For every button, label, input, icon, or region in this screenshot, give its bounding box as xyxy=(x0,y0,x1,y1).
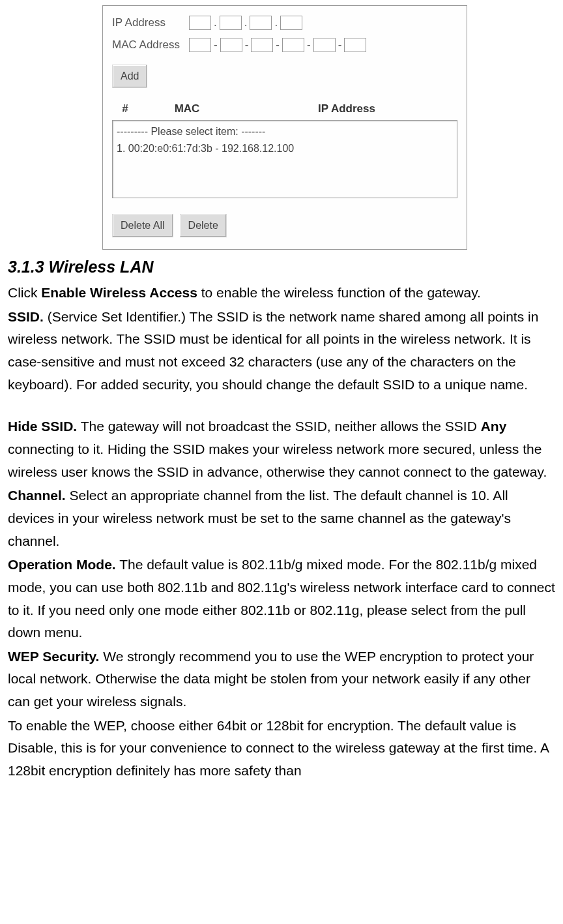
ip-octet-4[interactable] xyxy=(280,16,302,30)
ip-octet-2[interactable] xyxy=(220,16,242,30)
para-wep: WEP Security. We strongly recommend you … xyxy=(8,646,555,713)
section-heading: 3.1.3 Wireless LAN xyxy=(8,254,555,280)
mac-label: MAC Address xyxy=(112,36,189,54)
config-panel: IP Address . . . MAC Address - - - - - A… xyxy=(102,5,467,250)
delete-all-button[interactable]: Delete All xyxy=(112,214,173,237)
entries-listbox[interactable]: --------- Please select item: ------- 1.… xyxy=(112,120,457,198)
add-button[interactable]: Add xyxy=(112,65,147,88)
mac-oct-6[interactable] xyxy=(344,38,366,52)
mac-oct-5[interactable] xyxy=(313,38,336,52)
list-item[interactable]: --------- Please select item: ------- xyxy=(117,123,453,140)
mac-oct-4[interactable] xyxy=(282,38,304,52)
col-num: # xyxy=(112,100,138,118)
para-hide-ssid: Hide SSID. The gateway will not broadcas… xyxy=(8,415,555,483)
para-ssid: SSID. (Service Set Identifier.) The SSID… xyxy=(8,306,555,396)
para-channel: Channel. Select an appropriate channel f… xyxy=(8,484,555,552)
mac-row: MAC Address - - - - - xyxy=(112,36,457,54)
delete-button[interactable]: Delete xyxy=(180,214,227,237)
list-item[interactable]: 1. 00:20:e0:61:7d:3b - 192.168.12.100 xyxy=(117,140,453,157)
mac-oct-3[interactable] xyxy=(251,38,273,52)
para-wep2: To enable the WEP, choose either 64bit o… xyxy=(8,715,555,782)
para-opmode: Operation Mode. The default value is 802… xyxy=(8,554,555,644)
ip-label: IP Address xyxy=(112,14,189,32)
mac-oct-1[interactable] xyxy=(189,38,211,52)
col-ip: IP Address xyxy=(236,100,457,118)
table-header: # MAC IP Address xyxy=(112,100,457,118)
ip-row: IP Address . . . xyxy=(112,14,457,32)
ip-octet-3[interactable] xyxy=(250,16,272,30)
col-mac: MAC xyxy=(138,100,236,118)
ip-octet-1[interactable] xyxy=(189,16,211,30)
para-enable: Click Enable Wireless Access to enable t… xyxy=(8,282,555,305)
mac-oct-2[interactable] xyxy=(220,38,242,52)
